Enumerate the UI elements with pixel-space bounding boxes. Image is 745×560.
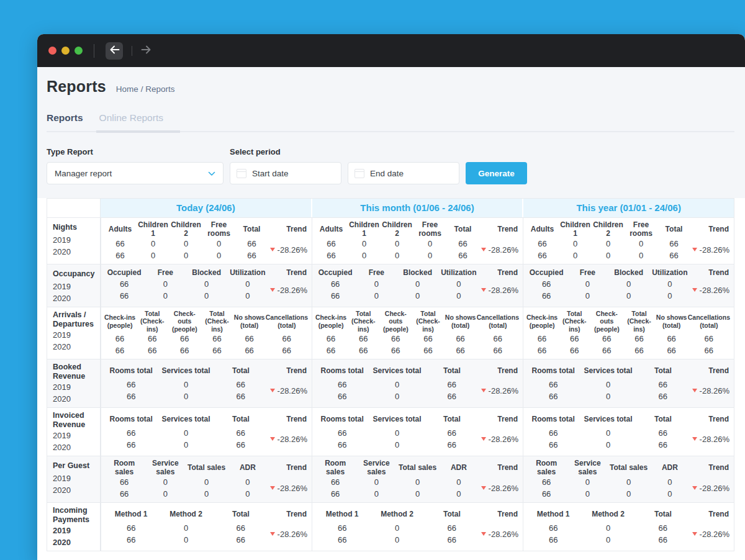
period-section: Rooms totalServices totalTotalTrend66066… (101, 359, 312, 407)
column-header: Cancellations(total) (477, 307, 519, 333)
column-header-main: Check-ins (104, 314, 135, 321)
trend-column-header: Trend (690, 408, 730, 427)
column-header: Method 2 (369, 503, 424, 522)
cell-value: 0 (348, 250, 381, 261)
column-header: Check-ins(people) (104, 307, 136, 333)
column-header: Adults (104, 218, 137, 238)
end-date-input[interactable] (370, 169, 453, 178)
trend-percent: -28.26% (700, 286, 729, 295)
column-header-sub: (Check-ins) (201, 317, 233, 333)
cell-value: 66 (104, 391, 158, 402)
cell-value: 0 (369, 439, 424, 451)
cell-value: 66 (104, 250, 137, 261)
cell-value: 66 (235, 250, 268, 261)
group-label: Invoiced Revenue (53, 411, 97, 430)
cell-value: 66 (636, 439, 690, 451)
traffic-light-zoom[interactable] (74, 47, 83, 55)
period-section: Check-ins(people)Total(Check-ins)Check-o… (312, 307, 523, 359)
group-label-cell: Per Guest20192020 (47, 456, 101, 502)
traffic-light-close[interactable] (48, 47, 56, 55)
cell-value: 66 (636, 391, 690, 402)
column-header-sub: (total) (240, 322, 258, 329)
cell-value: 66 (558, 333, 590, 345)
column-header: Method 2 (158, 503, 213, 522)
back-button[interactable] (106, 42, 123, 60)
cell-value: 0 (438, 476, 479, 488)
column-header: Services total (158, 359, 213, 379)
start-date-input[interactable] (252, 169, 335, 178)
column-header-main: Total (356, 310, 371, 317)
tab-online-reports[interactable]: Online Reports (99, 112, 163, 124)
period-section: Room salesService salesTotal salesADRTre… (312, 456, 523, 502)
cell-value: 0 (369, 391, 424, 402)
section-grid: OccupiedFreeBlockedUtilizationTrend66000… (315, 264, 519, 302)
column-header: Total (446, 218, 479, 238)
traffic-light-minimize[interactable] (61, 47, 70, 55)
year-label: 2019 (53, 329, 97, 341)
cell-value: 0 (438, 488, 479, 500)
generate-button[interactable]: Generate (466, 162, 527, 184)
cell-value: 66 (168, 333, 201, 345)
cell-value: 0 (369, 427, 424, 439)
cell-value: 66 (315, 391, 369, 402)
column-header-main: Total (145, 310, 160, 317)
trend-column-header: Trend (690, 503, 730, 522)
cell-value: 0 (227, 278, 268, 290)
type-report-select[interactable]: Manager report (47, 162, 224, 184)
trend-column-header: Trend (479, 503, 519, 522)
period-section: Method 1Method 2TotalTrend6606666066-28.… (101, 503, 312, 551)
trend-column-header: Trend (479, 218, 519, 238)
column-header-main: No shows (234, 314, 265, 321)
section-grid: Rooms totalServices totalTotalTrend66066… (315, 359, 519, 402)
cell-value: 66 (315, 379, 369, 391)
column-header: Free rooms (202, 218, 235, 238)
cell-value: 0 (559, 250, 592, 261)
trend-value: -28.26% (479, 278, 519, 302)
trend-column-header: Trend (268, 264, 308, 278)
cell-value: 0 (158, 379, 213, 391)
column-header-sub: (people) (383, 325, 409, 333)
column-header: Check-outs(people) (379, 307, 412, 333)
cell-value: 0 (137, 238, 169, 250)
type-report-value: Manager report (55, 169, 112, 178)
cell-value: 66 (233, 345, 266, 356)
column-header: Total (214, 408, 268, 427)
trend-value: -28.26% (479, 379, 519, 402)
cell-value: 66 (315, 238, 348, 250)
start-date-field (230, 162, 341, 184)
trend-value: -28.26% (690, 427, 730, 451)
cell-value: 66 (235, 238, 268, 250)
cell-value: 66 (315, 278, 356, 290)
trend-value: -28.26% (690, 476, 730, 500)
page-header-area: Reports Home / Reports Reports Online Re… (37, 67, 745, 198)
breadcrumb: Home / Reports (116, 84, 175, 94)
cell-value: 0 (145, 278, 186, 290)
column-header: No shows(total) (445, 307, 477, 333)
column-header: Cancellations(total) (266, 307, 308, 333)
period-section: AdultsChildren 1Children 2Free roomsTota… (101, 218, 312, 264)
cell-value: 66 (526, 488, 567, 500)
column-header: Room sales (526, 456, 567, 476)
column-header: Total (657, 218, 690, 238)
calendar-icon (354, 169, 364, 178)
trend-percent: -28.26% (489, 386, 518, 395)
section-header-row: Today (24/06)This month (01/06 - 24/06)T… (47, 199, 734, 217)
column-header: Total sales (397, 456, 438, 476)
breadcrumb-home-link[interactable]: Home (116, 84, 138, 94)
group-label-cell: Invoiced Revenue20192020 (47, 408, 101, 456)
cell-value: 0 (369, 379, 424, 391)
tab-indicator (96, 130, 180, 133)
trend-down-icon (481, 532, 486, 536)
cell-value: 0 (158, 522, 213, 534)
tab-reports[interactable]: Reports (47, 112, 83, 124)
cell-value: 66 (136, 333, 168, 345)
trend-column-header: Trend (690, 264, 730, 278)
cell-value: 66 (347, 333, 379, 345)
year-label: 2020 (53, 441, 97, 453)
type-report-label: Type Report (47, 147, 230, 156)
trend-percent: -28.26% (278, 530, 307, 539)
column-header: Total (636, 503, 690, 522)
year-label: 2020 (53, 341, 97, 353)
year-label: 2020 (53, 292, 97, 304)
forward-button[interactable] (141, 45, 151, 56)
